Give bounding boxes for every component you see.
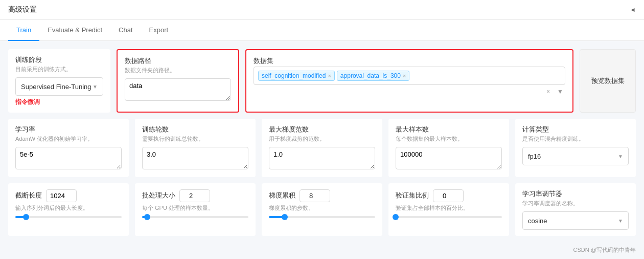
lr-scheduler-label: 学习率调节器	[522, 189, 629, 199]
data-path-input[interactable]	[125, 78, 231, 101]
watermark-text: CSDN @写代码的中青年	[573, 247, 636, 253]
dataset-card: 数据集 self_cognition_modified × approval_d…	[245, 49, 573, 113]
training-stage-label: 训练阶段	[15, 55, 103, 64]
dataset-tag-1-close[interactable]: ×	[403, 73, 406, 79]
param-max-grad-norm: 最大梯度范数 用于梯度裁剪的范数。	[262, 119, 382, 177]
page-header: 高级设置 ◄	[0, 0, 644, 20]
param-batch-size: 批处理大小 每个 GPU 处理的样本数量。	[135, 183, 256, 236]
training-stage-value: Supervised Fine-Tuning	[21, 83, 91, 91]
data-path-card: 数据路径 数据文件夹的路径。	[117, 49, 239, 113]
batch-sublabel: 每个 GPU 处理的样本数量。	[142, 204, 248, 212]
lr-scheduler-value: cosine	[528, 217, 547, 225]
batch-header: 批处理大小	[142, 189, 248, 202]
params-grid: 学习率 AdamW 优化器的初始学习率。 训练轮数 需要执行的训练总轮数。 最大…	[8, 119, 636, 177]
data-path-sublabel: 数据文件夹的路径。	[125, 67, 231, 74]
epochs-sublabel: 需要执行的训练总轮数。	[142, 135, 248, 143]
compute-type-sublabel: 是否使用混合精度训练。	[522, 135, 629, 143]
dataset-actions: × ▼	[254, 87, 565, 96]
tab-chat[interactable]: Chat	[110, 20, 141, 41]
param-cutoff-length: 截断长度 输入序列分词后的最大长度。	[8, 183, 129, 236]
content-area: 训练阶段 目前采用的训练方式。 Supervised Fine-Tuning ▼…	[0, 41, 644, 244]
compute-type-arrow-icon: ▼	[618, 154, 623, 159]
training-stage-sublabel: 目前采用的训练方式。	[15, 66, 103, 73]
dataset-label: 数据集	[254, 56, 565, 66]
lr-sublabel: AdamW 优化器的初始学习率。	[15, 135, 122, 143]
param-epochs: 训练轮数 需要执行的训练总轮数。	[135, 119, 256, 177]
training-hint: 指令微调	[15, 98, 103, 106]
collapse-icon[interactable]: ◄	[630, 6, 636, 13]
val-size-sublabel: 验证集占全部样本的百分比。	[396, 204, 502, 212]
training-stage-select[interactable]: Supervised Fine-Tuning ▼	[15, 77, 103, 96]
page-title: 高级设置	[8, 5, 37, 14]
tab-evaluate[interactable]: Evaluate & Predict	[39, 20, 110, 41]
param-val-size: 验证集比例 验证集占全部样本的百分比。	[388, 183, 509, 236]
grad-accum-slider-thumb[interactable]	[282, 214, 288, 220]
grad-norm-label: 最大梯度范数	[269, 125, 375, 134]
preview-dataset-label: 预览数据集	[591, 76, 625, 85]
tab-export[interactable]: Export	[141, 20, 177, 41]
compute-type-label: 计算类型	[522, 125, 629, 134]
dropdown-arrow-icon: ▼	[93, 84, 98, 90]
cutoff-label: 截断长度	[15, 191, 42, 200]
batch-slider-thumb[interactable]	[144, 214, 150, 220]
param-lr-scheduler: 学习率调节器 学习率调度器的名称。 cosine ▼	[515, 183, 636, 236]
grad-accum-sublabel: 梯度累积的步数。	[269, 204, 375, 212]
dataset-tag-0: self_cognition_modified ×	[258, 71, 335, 81]
max-samples-input[interactable]	[396, 147, 502, 169]
batch-number-input[interactable]	[179, 189, 210, 202]
epochs-label: 训练轮数	[142, 125, 248, 134]
max-samples-label: 最大样本数	[396, 125, 502, 134]
param-compute-type: 计算类型 是否使用混合精度训练。 fp16 ▼	[515, 119, 636, 177]
dataset-tag-0-text: self_cognition_modified	[262, 72, 326, 79]
epochs-input[interactable]	[142, 147, 248, 169]
grad-accum-header: 梯度累积	[269, 189, 375, 202]
lr-label: 学习率	[15, 125, 122, 134]
batch-slider-track	[142, 216, 248, 218]
val-size-header: 验证集比例	[396, 189, 502, 202]
grad-accum-number-input[interactable]	[300, 189, 330, 202]
tab-bar: Train Evaluate & Predict Chat Export	[0, 20, 644, 41]
dataset-tag-1: approval_data_ls_300 ×	[337, 71, 410, 81]
param-grad-accum: 梯度累积 梯度累积的步数。	[262, 183, 382, 236]
dataset-tag-0-close[interactable]: ×	[328, 73, 331, 79]
param-max-samples: 最大样本数 每个数据集的最大样本数。	[388, 119, 509, 177]
compute-type-select[interactable]: fp16 ▼	[522, 147, 629, 165]
lr-input[interactable]	[15, 147, 122, 169]
batch-label: 批处理大小	[142, 191, 175, 200]
param-learning-rate: 学习率 AdamW 优化器的初始学习率。	[8, 119, 129, 177]
val-size-slider-track	[396, 216, 502, 218]
max-samples-sublabel: 每个数据集的最大样本数。	[396, 135, 502, 143]
training-stage-card: 训练阶段 目前采用的训练方式。 Supervised Fine-Tuning ▼…	[8, 49, 110, 113]
data-path-label: 数据路径	[125, 56, 231, 66]
dataset-dropdown-icon[interactable]: ▼	[555, 87, 565, 96]
cutoff-sublabel: 输入序列分词后的最大长度。	[15, 204, 122, 212]
cutoff-slider-thumb[interactable]	[23, 214, 29, 220]
cutoff-number-input[interactable]	[46, 189, 77, 202]
tab-train[interactable]: Train	[8, 20, 39, 41]
val-size-label: 验证集比例	[396, 191, 429, 200]
val-size-number-input[interactable]	[433, 189, 464, 202]
cutoff-slider-track	[15, 216, 122, 218]
compute-type-value: fp16	[528, 153, 541, 160]
dataset-tags-container[interactable]: self_cognition_modified × approval_data_…	[254, 67, 565, 85]
grad-accum-slider-track	[269, 216, 375, 218]
top-row: 训练阶段 目前采用的训练方式。 Supervised Fine-Tuning ▼…	[8, 49, 636, 113]
bottom-params-grid: 截断长度 输入序列分词后的最大长度。 批处理大小 每个 GPU 处理的样本数量。	[8, 183, 636, 236]
lr-scheduler-sublabel: 学习率调度器的名称。	[522, 200, 629, 207]
dataset-tag-1-text: approval_data_ls_300	[340, 72, 401, 79]
watermark: CSDN @写代码的中青年	[0, 244, 644, 256]
dataset-clear-icon[interactable]: ×	[544, 87, 552, 96]
lr-scheduler-arrow-icon: ▼	[618, 218, 623, 224]
grad-accum-label: 梯度累积	[269, 191, 295, 200]
lr-scheduler-select[interactable]: cosine ▼	[522, 211, 629, 230]
val-size-slider-thumb[interactable]	[393, 214, 399, 220]
grad-norm-sublabel: 用于梯度裁剪的范数。	[269, 135, 375, 143]
grad-norm-input[interactable]	[269, 147, 375, 169]
cutoff-header: 截断长度	[15, 189, 122, 202]
preview-dataset-button[interactable]: 预览数据集	[580, 49, 636, 113]
